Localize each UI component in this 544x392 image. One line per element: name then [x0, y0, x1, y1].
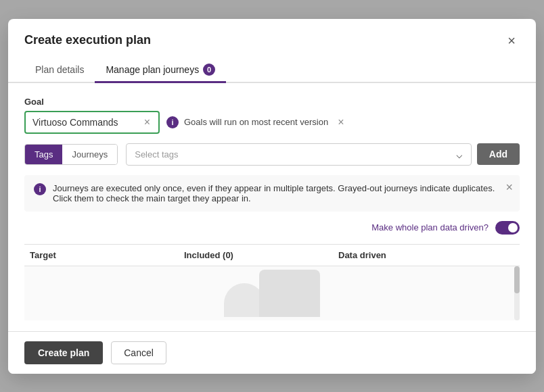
tab-manage-journeys-label: Manage plan journeys [106, 64, 199, 75]
scrollbar-track[interactable] [514, 266, 520, 320]
info-banner-close-button[interactable]: × [505, 180, 513, 195]
goal-info-icon: i [166, 116, 179, 128]
close-button[interactable]: × [503, 32, 520, 49]
data-driven-label: Make whole plan data driven? [371, 222, 489, 232]
toggle-tags-button[interactable]: Tags [25, 145, 62, 164]
chevron-down-icon: ⌵ [456, 148, 463, 161]
goal-info: i Goals will run on most recent version … [166, 116, 344, 128]
tab-manage-journeys[interactable]: Manage plan journeys 0 [95, 58, 226, 83]
toggle-journeys-button[interactable]: Journeys [62, 145, 117, 164]
cancel-button[interactable]: Cancel [111, 341, 166, 364]
toggle-group: Tags Journeys [24, 144, 118, 165]
table-body [24, 266, 520, 320]
tab-plan-details-label: Plan details [35, 64, 84, 75]
goal-info-text: Goals will run on most recent version [184, 117, 328, 127]
data-driven-toggle[interactable] [495, 221, 520, 235]
scrollbar-thumb[interactable] [514, 266, 520, 293]
info-banner-icon: i [34, 183, 46, 195]
table-section: Target Included (0) Data driven [24, 244, 520, 320]
goal-row: Virtuoso Commands × i Goals will run on … [24, 111, 520, 134]
goal-input-wrap[interactable]: Virtuoso Commands × [24, 111, 160, 134]
modal-title: Create execution plan [24, 33, 151, 47]
table-header-row: Target Included (0) Data driven [24, 245, 520, 266]
data-driven-row: Make whole plan data driven? [24, 221, 520, 235]
modal-backdrop: Create execution plan × Plan details Man… [0, 0, 544, 392]
goal-label: Goal [24, 97, 520, 107]
table-col-target: Target [24, 250, 179, 260]
modal-body: Goal Virtuoso Commands × i Goals will ru… [8, 83, 536, 331]
tags-journeys-row: Tags Journeys Select tags ⌵ Add [24, 143, 520, 166]
modal-footer: Create plan Cancel [8, 331, 536, 374]
goal-clear-button[interactable]: × [143, 116, 152, 128]
tags-select-placeholder: Select tags [135, 149, 456, 160]
info-banner: i Journeys are executed only once, even … [24, 175, 520, 212]
table-col-included: Included (0) [179, 250, 333, 260]
goal-input-value: Virtuoso Commands [32, 117, 137, 128]
goal-info-dismiss-button[interactable]: × [338, 116, 344, 128]
add-button[interactable]: Add [477, 143, 520, 165]
create-plan-button[interactable]: Create plan [24, 341, 103, 364]
modal-header: Create execution plan × [8, 19, 536, 49]
info-banner-text: Journeys are executed only once, even if… [53, 183, 510, 203]
modal: Create execution plan × Plan details Man… [8, 19, 536, 374]
goal-section: Goal Virtuoso Commands × i Goals will ru… [24, 97, 520, 134]
empty-state-graphic [204, 270, 340, 317]
tags-select-wrap[interactable]: Select tags ⌵ [126, 143, 472, 166]
table-col-data-driven: Data driven [333, 250, 487, 260]
tab-manage-journeys-badge: 0 [203, 64, 215, 76]
tab-plan-details[interactable]: Plan details [24, 58, 95, 83]
tabs-row: Plan details Manage plan journeys 0 [8, 58, 536, 83]
